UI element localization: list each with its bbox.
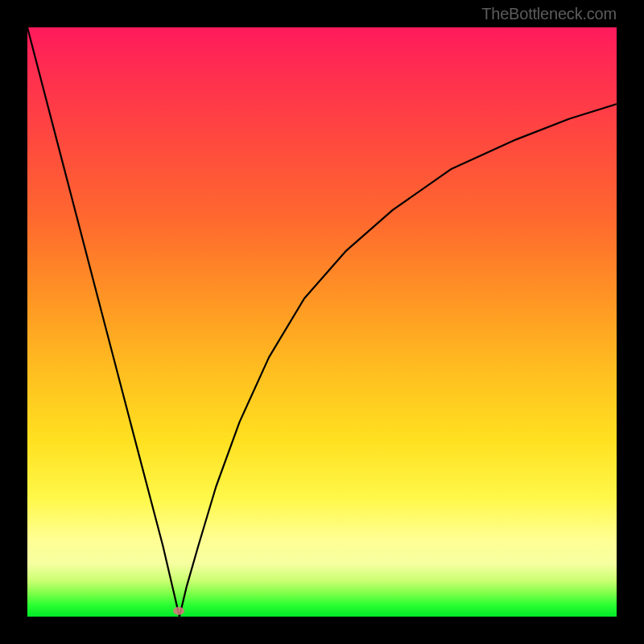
minimum-marker-icon (173, 607, 184, 615)
chart-container: TheBottleneck.com (0, 0, 644, 644)
bottleneck-curve (27, 27, 617, 617)
attribution-text: TheBottleneck.com (481, 5, 617, 23)
plot-area (27, 27, 617, 617)
